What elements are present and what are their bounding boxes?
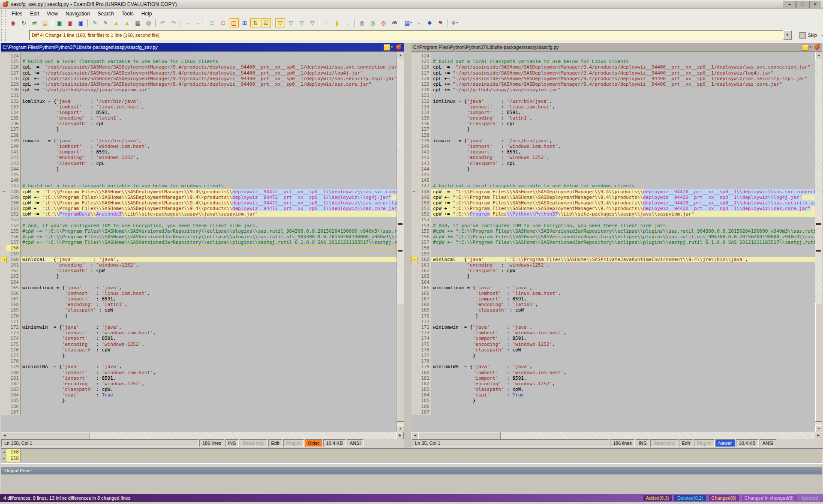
- code-line[interactable]: 168 'encoding' : 'latin1',: [412, 302, 815, 307]
- code-line[interactable]: 182 'encoding' : 'windows-1252',: [412, 381, 815, 387]
- find-previous-icon[interactable]: ◎: [378, 18, 388, 27]
- code-line[interactable]: 174 'iomport' : 8591,: [1, 336, 397, 341]
- code-line[interactable]: 152cpW += ";C:\\ProgramData\\Anaconda3\\…: [1, 211, 397, 217]
- skip-checkbox[interactable]: [799, 32, 806, 39]
- menu-grip[interactable]: [1, 10, 6, 17]
- code-line[interactable]: 186: [1, 404, 397, 409]
- code-line[interactable]: 136 'classpath' : cpL: [412, 121, 815, 126]
- code-line[interactable]: 185 }: [1, 398, 397, 403]
- find-icon[interactable]: ◎: [357, 18, 367, 27]
- code-line[interactable]: 151cpW += ";C:\\Program Files\\SASHome\\…: [1, 206, 397, 211]
- code-line[interactable]: 161 'encoding' : 'windows-1252',: [412, 262, 815, 268]
- filter-deleted-icon[interactable]: ▽: [307, 18, 317, 27]
- code-line[interactable]: 132iomlinux = {'java' : '/usr/bin/java',: [1, 99, 397, 104]
- code-line[interactable]: 180 'iomhost' : 'windows.iom.host',: [412, 370, 815, 375]
- code-line[interactable]: 132iomlinux = {'java' : '/usr/bin/java',: [412, 99, 815, 104]
- code-line[interactable]: 145: [1, 172, 397, 177]
- code-line[interactable]: 177 }: [412, 353, 815, 358]
- code-line[interactable]: 184 'sspi' : True: [1, 392, 397, 398]
- toolbar-grip[interactable]: [1, 19, 6, 27]
- scroll-up-icon[interactable]: ▲: [397, 52, 404, 59]
- find-next-icon[interactable]: ◎: [368, 18, 378, 27]
- code-line[interactable]: 146: [1, 177, 397, 183]
- code-line[interactable]: 159: [1, 251, 397, 257]
- line-style-icon[interactable]: ≡: [414, 18, 424, 27]
- code-line[interactable]: 141 'iomport' : 8591,: [1, 149, 397, 155]
- code-line[interactable]: 182 'encoding' : 'windows-1252',: [1, 381, 397, 387]
- code-line[interactable]: 138: [1, 132, 397, 138]
- code-line[interactable]: 129cpL += ":/opt/sasinside/SASHome/SASDe…: [412, 81, 815, 87]
- code-line[interactable]: 169 'classpath' : cpW: [1, 307, 397, 313]
- vertical-scroll-thumb[interactable]: [815, 303, 822, 422]
- code-line[interactable]: 154# And, if you've configured IOM to us…: [412, 223, 815, 228]
- scroll-down-icon[interactable]: ▼: [815, 425, 822, 432]
- code-line[interactable]: 186: [412, 404, 815, 409]
- code-line[interactable]: 179winiomIWA = {'java' : 'java',: [412, 364, 815, 369]
- show-checked-icon[interactable]: ☑: [261, 18, 271, 27]
- code-line[interactable]: 162 'classpath' : cpW: [1, 268, 397, 273]
- code-line[interactable]: 157#cpW += ";C:\\Program Files\\SASHome\…: [412, 240, 815, 245]
- code-line[interactable]: 137 }: [1, 126, 397, 132]
- code-line[interactable]: 166 'iomhost' : 'linux.iom.host',: [412, 291, 815, 296]
- code-line[interactable]: 138: [412, 132, 815, 138]
- vertical-scroll-thumb[interactable]: [397, 303, 404, 422]
- code-line[interactable]: 126cpL = "/opt/sasinside/SASHome/SASDepl…: [412, 64, 815, 70]
- code-line[interactable]: 163 }: [412, 273, 815, 279]
- refresh-icon[interactable]: ↻: [19, 18, 29, 27]
- code-line[interactable]: 133 'iomhost' : 'linux.iom.host',: [412, 104, 815, 110]
- code-line[interactable]: 161 'encoding' : 'windows-1252',: [1, 262, 397, 268]
- save-both-files-icon[interactable]: ▣: [76, 18, 86, 27]
- code-line[interactable]: 128cpL += ":/opt/sasinside/SASHome/SASDe…: [1, 76, 397, 81]
- filter-all-icon[interactable]: ▽: [275, 18, 285, 27]
- code-line[interactable]: 139iomwin = {'java' : '/usr/bin/java',: [412, 138, 815, 144]
- second-file-horizontal-scrollbar[interactable]: ◀ ▶: [412, 432, 822, 439]
- code-line[interactable]: 144 }: [412, 166, 815, 172]
- code-line[interactable]: 158: [1, 245, 397, 251]
- code-line[interactable]: 180 'iomhost' : 'windows.iom.host',: [1, 370, 397, 375]
- filter-added-icon[interactable]: ▽: [297, 18, 306, 27]
- code-line[interactable]: 165winiomlinux = {'java' : 'java',: [412, 285, 815, 291]
- path-dropdown-icon[interactable]: ▾: [809, 45, 811, 49]
- code-line[interactable]: 157#cpW += ";C:\\Program Files\\SASHome\…: [1, 240, 397, 245]
- code-line[interactable]: 135 'encoding' : 'latin1',: [1, 115, 397, 121]
- code-line[interactable]: 176 'classpath' : cpW: [412, 347, 815, 353]
- copy-path-icon[interactable]: [802, 44, 808, 51]
- code-line[interactable]: 124: [1, 53, 397, 59]
- minimize-button[interactable]: –: [784, 1, 796, 8]
- code-line[interactable]: 142 'encoding' : 'windows-1252',: [412, 155, 815, 160]
- zoom-icon[interactable]: ◍: [144, 18, 153, 27]
- code-line[interactable]: ←148cpW = "C:\\Program Files\\SASHome\\S…: [412, 189, 815, 195]
- code-line[interactable]: 149cpW += ";C:\\Program Files\\SASHome\\…: [1, 195, 397, 200]
- code-line[interactable]: 154# And, if you've configured IOM to us…: [1, 223, 397, 228]
- code-line[interactable]: 127cpL += ":/opt/sasinside/SASHome/SASDe…: [1, 70, 397, 76]
- copy-block-to-first-icon[interactable]: ▲: [122, 18, 132, 27]
- code-line[interactable]: 156#cpW += ";C:\\Program Files\\SASHome\…: [412, 234, 815, 240]
- code-line[interactable]: 169 'classpath' : cpW: [412, 307, 815, 313]
- edit-first-file-icon[interactable]: ✎: [90, 18, 100, 27]
- save-second-file-icon[interactable]: ▣: [65, 18, 75, 27]
- code-line[interactable]: ←160winlocal = {'java' : 'C:\\Program Fi…: [412, 257, 815, 262]
- settings-icon[interactable]: ✻▾: [450, 18, 460, 27]
- code-line[interactable]: 125# build out a local classpath variabl…: [1, 59, 397, 64]
- code-line[interactable]: 184 'sspi' : True: [412, 392, 815, 398]
- code-line[interactable]: 126cpL = "/opt/sasinside/SASHome/SASDepl…: [1, 64, 397, 70]
- code-line[interactable]: 181 'iomport' : 8591,: [1, 375, 397, 381]
- code-line[interactable]: 146: [412, 177, 815, 183]
- menu-item-search[interactable]: Search: [94, 9, 118, 18]
- plugins-icon[interactable]: ✱: [425, 18, 435, 27]
- edit-second-file-icon[interactable]: ✎: [101, 18, 111, 27]
- code-line[interactable]: 176 'classpath' : cpW: [1, 347, 397, 353]
- menu-item-files[interactable]: Files: [8, 9, 26, 18]
- code-line[interactable]: 151cpW += ";C:\\Program Files\\SASHome\\…: [412, 206, 815, 211]
- swap-panes-icon[interactable]: ⇄: [30, 18, 39, 27]
- code-line[interactable]: 147# build out a local classpath variabl…: [412, 183, 815, 189]
- code-line[interactable]: 124: [412, 53, 815, 59]
- undo-icon[interactable]: ↶: [158, 18, 168, 27]
- code-line[interactable]: 153: [1, 217, 397, 222]
- copy-block-to-second-icon[interactable]: ▲: [111, 18, 121, 27]
- code-line[interactable]: 163 }: [1, 273, 397, 279]
- code-line[interactable]: 147# build out a local classpath variabl…: [1, 183, 397, 189]
- code-line[interactable]: 135 'encoding' : 'latin1',: [412, 115, 815, 121]
- code-line[interactable]: 175 'encoding' : 'windows-1252',: [412, 342, 815, 347]
- second-file-vertical-scrollbar[interactable]: ▲ ▼: [815, 52, 822, 432]
